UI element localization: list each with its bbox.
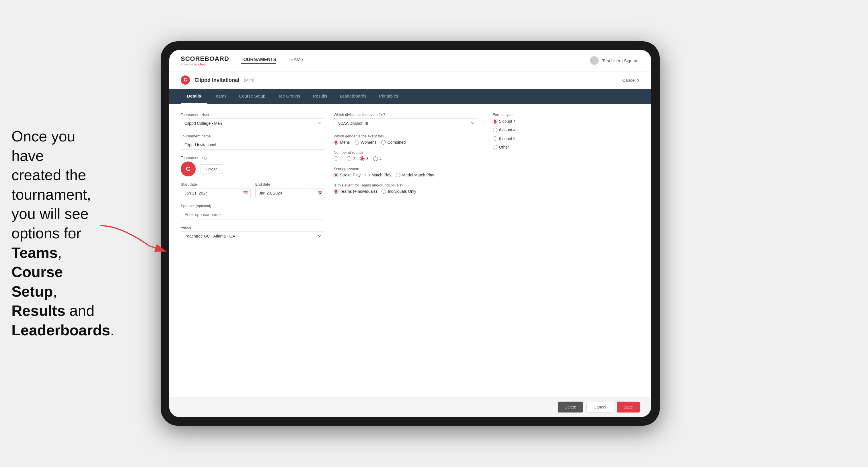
rounds-3[interactable]: 3 [360, 156, 369, 161]
tab-tee-groups[interactable]: Tee Groups [272, 89, 307, 104]
nav-tournaments[interactable]: TOURNAMENTS [241, 57, 276, 64]
footer-bar: Delete Cancel Save [169, 397, 651, 417]
scoring-stroke-label: Stroke Play [340, 173, 361, 177]
scoring-medal-radio[interactable] [396, 173, 400, 177]
teams-with-individuals[interactable]: Teams (+Individuals) [334, 189, 377, 194]
format-options-group: 5 count 4 6 count 4 6 count 5 [493, 119, 631, 150]
app-title: SCOREBOARD [181, 55, 229, 63]
format-6count5-radio[interactable] [493, 136, 497, 141]
sponsor-input[interactable] [181, 210, 325, 219]
cancel-button[interactable]: Cancel [586, 402, 613, 412]
end-date-label: End date [255, 182, 325, 186]
tab-results[interactable]: Results [307, 89, 334, 104]
format-other-radio[interactable] [493, 145, 497, 150]
gender-womens-label: Womens [361, 140, 377, 145]
start-date-calendar-icon: 📅 [243, 191, 248, 195]
form-col-1: Tournament Host Clippd College - Men Tou… [181, 113, 334, 247]
tab-leaderboards[interactable]: Leaderboards [334, 89, 373, 104]
tablet-device: SCOREBOARD Powered by clippd TOURNAMENTS… [161, 41, 660, 426]
end-date-section: End date 📅 [255, 182, 325, 198]
instructional-text: Once you havecreated thetournament,you w… [0, 115, 109, 352]
end-date-input[interactable] [255, 188, 325, 198]
scoring-match-label: Match Play [371, 173, 391, 177]
end-date-calendar-icon: 📅 [317, 191, 322, 195]
rounds-1-radio[interactable] [334, 156, 338, 161]
gender-womens-radio[interactable] [354, 140, 359, 145]
scoring-stroke-radio[interactable] [334, 173, 338, 177]
format-6count5[interactable]: 6 count 5 [493, 136, 631, 141]
rounds-3-radio[interactable] [360, 156, 365, 161]
format-5count4[interactable]: 5 count 4 [493, 119, 631, 124]
format-label: Format type [493, 113, 631, 117]
gender-combined[interactable]: Combined [381, 140, 406, 145]
tab-details[interactable]: Details [181, 89, 207, 104]
gender-mens[interactable]: Mens [334, 140, 350, 145]
rounds-2[interactable]: 2 [347, 156, 355, 161]
main-nav: TOURNAMENTS TEAMS [241, 57, 304, 64]
upload-button[interactable]: Upload [200, 164, 223, 174]
scoring-medal-label: Medal Match Play [402, 173, 434, 177]
tournament-icon: C [181, 75, 190, 85]
individuals-only[interactable]: Individuals Only [381, 189, 416, 194]
scoring-match-radio[interactable] [365, 173, 370, 177]
tab-course-setup[interactable]: Course Setup [232, 89, 272, 104]
tournament-logo-label: Tournament logo [181, 155, 325, 160]
form-col-2: Which division is the event for? NCAA Di… [334, 113, 487, 247]
tab-teams[interactable]: Teams [207, 89, 232, 104]
gender-mens-radio[interactable] [334, 140, 338, 145]
user-avatar [590, 56, 599, 65]
format-6count4-radio[interactable] [493, 128, 497, 132]
dates-section: Start date 📅 End date 📅 [181, 182, 325, 198]
nav-teams[interactable]: TEAMS [288, 57, 304, 64]
main-content: Tournament Host Clippd College - Men Tou… [169, 104, 651, 397]
division-section: Which division is the event for? NCAA Di… [334, 113, 478, 128]
rounds-1[interactable]: 1 [334, 156, 342, 161]
tablet-screen: SCOREBOARD Powered by clippd TOURNAMENTS… [169, 50, 651, 417]
user-signout[interactable]: Test User | Sign out [602, 58, 640, 63]
gender-womens[interactable]: Womens [354, 140, 377, 145]
save-button[interactable]: Save [617, 402, 640, 412]
tab-printables[interactable]: Printables [373, 89, 404, 104]
sub-header: C Clippd Invitational (Men) Cancel X [169, 71, 651, 89]
scoring-match[interactable]: Match Play [365, 173, 391, 177]
rounds-4[interactable]: 4 [373, 156, 382, 161]
start-date-section: Start date 📅 [181, 182, 251, 198]
scoring-medal-match[interactable]: Medal Match Play [396, 173, 434, 177]
tournament-title-row: C Clippd Invitational (Men) [181, 75, 254, 85]
tabs-bar: Details Teams Course Setup Tee Groups Re… [169, 89, 651, 104]
logo-upload-section: C Upload [181, 161, 325, 177]
gender-combined-radio[interactable] [381, 140, 386, 145]
individuals-only-label: Individuals Only [388, 189, 416, 194]
tournament-name-input[interactable] [181, 140, 325, 150]
teams-with-individuals-radio[interactable] [334, 189, 338, 194]
teams-label: Is this event for Teams and/or Individua… [334, 183, 478, 187]
division-select[interactable]: NCAA Division III [334, 119, 478, 128]
format-6count4-label: 6 count 4 [499, 128, 516, 132]
tournament-name-section: Tournament name [181, 134, 325, 150]
start-date-label: Start date [181, 182, 251, 186]
teams-with-individuals-label: Teams (+Individuals) [340, 189, 377, 194]
venue-section: Venue Peachtree GC - Atlanta - GA [181, 225, 325, 241]
format-6count4[interactable]: 6 count 4 [493, 128, 631, 132]
start-date-wrapper: 📅 [181, 188, 251, 198]
rounds-4-radio[interactable] [373, 156, 378, 161]
form-grid: Tournament Host Clippd College - Men Tou… [181, 113, 640, 247]
teams-radio-group: Teams (+Individuals) Individuals Only [334, 189, 478, 194]
tournament-host-select[interactable]: Clippd College - Men [181, 119, 325, 128]
gender-mens-label: Mens [340, 140, 350, 145]
start-date-input[interactable] [181, 188, 251, 198]
delete-button[interactable]: Delete [558, 402, 583, 412]
rounds-2-label: 2 [353, 156, 355, 161]
format-other[interactable]: Other [493, 145, 631, 150]
rounds-2-radio[interactable] [347, 156, 351, 161]
header-right: Test User | Sign out [590, 56, 640, 65]
format-5count4-radio[interactable] [493, 119, 497, 124]
tournament-host-section: Tournament Host Clippd College - Men [181, 113, 325, 128]
scoring-stroke[interactable]: Stroke Play [334, 173, 361, 177]
individuals-only-radio[interactable] [381, 189, 386, 194]
teams-section: Is this event for Teams and/or Individua… [334, 183, 478, 194]
cancel-top-button[interactable]: Cancel X [622, 78, 640, 83]
venue-select[interactable]: Peachtree GC - Atlanta - GA [181, 231, 325, 241]
end-date-wrapper: 📅 [255, 188, 325, 198]
brand-name: clippd [198, 63, 207, 66]
